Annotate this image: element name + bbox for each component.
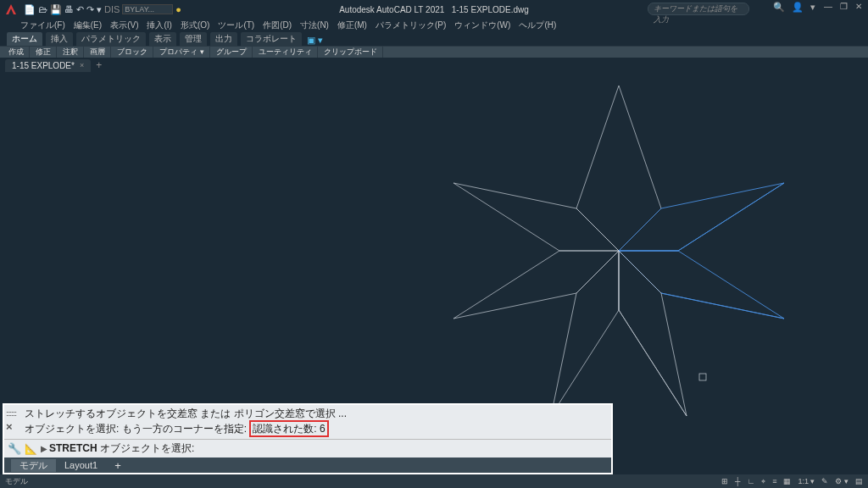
status-settings-icon[interactable]: ⚙ ▾	[835, 477, 849, 485]
tab-insert[interactable]: 挿入	[46, 32, 73, 46]
status-snap-icon[interactable]: ┼	[735, 477, 740, 485]
command-line[interactable]: 🔧 📐 ▶ STRETCH オブジェクトを選択:	[4, 439, 611, 458]
panel-block[interactable]: ブロック	[112, 47, 153, 58]
menu-bar: ファイル(F) 編集(E) 表示(V) 挿入(I) 形式(O) ツール(T) 作…	[0, 19, 868, 32]
status-annotation-icon[interactable]: ✎	[821, 477, 828, 485]
status-bar: モデル ⊞ ┼ ∟ ⌖ ≡ ▦ 1:1 ▾ ✎ ⚙ ▾ ▤	[0, 474, 868, 488]
menu-tools[interactable]: ツール(T)	[218, 19, 254, 31]
menu-insert[interactable]: 挿入(I)	[147, 19, 171, 31]
customize-icon[interactable]: 🔧	[8, 442, 21, 455]
status-ortho-icon[interactable]: ∟	[747, 477, 754, 485]
command-grip-icon[interactable]: ::::::::	[6, 407, 16, 420]
chevron-icon: ▶	[41, 444, 47, 453]
command-area: :::::::: × ストレッチするオブジェクトを交差窓 または ポリゴン交差窓…	[3, 403, 613, 474]
minimize-button[interactable]: —	[822, 2, 834, 11]
qat-save-icon[interactable]: 💾	[50, 4, 62, 15]
menu-file[interactable]: ファイル(F)	[20, 19, 65, 31]
title-text: Autodesk AutoCAD LT 2021 1-15 EXPLODE.dw…	[339, 5, 529, 14]
command-history-line1: ストレッチするオブジェクトを交差窓 または ポリゴン交差窓で選択 ...	[25, 407, 608, 420]
color-swatch-icon[interactable]: ●	[175, 4, 181, 14]
tab-output[interactable]: 出力	[210, 32, 237, 46]
panel-properties[interactable]: プロパティ ▾	[154, 47, 210, 58]
recognized-count-highlight: 認識された数: 6	[249, 420, 328, 437]
tab-view[interactable]: 表示	[149, 32, 176, 46]
panel-group[interactable]: グループ	[211, 47, 253, 58]
panel-layers[interactable]: 画層	[85, 47, 111, 58]
qat-print-icon[interactable]: 🖶	[64, 4, 74, 14]
qat-more-icon[interactable]: ▾	[97, 4, 102, 15]
title-right-icons: 🔍 👤 ▾	[773, 2, 815, 13]
qat-undo-icon[interactable]: ↶	[76, 4, 84, 15]
panel-clipboard[interactable]: クリップボード	[319, 47, 383, 58]
layout-tab-add-icon[interactable]: +	[106, 459, 130, 472]
panel-create[interactable]: 作成	[3, 47, 30, 58]
cmd-line2-prefix: オブジェクトを選択: もう一方のコーナーを指定:	[25, 423, 249, 435]
doc-tab-label: 1-15 EXPLODE*	[12, 61, 75, 70]
status-grid2-icon[interactable]: ▦	[783, 477, 791, 485]
tab-collaborate[interactable]: コラボレート	[241, 32, 302, 46]
command-close-icon[interactable]: ×	[6, 420, 13, 434]
app-logo	[3, 2, 19, 17]
titlebar: 📄 🗁 💾 🖶 ↶ ↷ ▾ DIS BYLAY... ● Autodesk Au…	[0, 0, 868, 19]
command-rest: オブジェクトを選択:	[97, 442, 195, 454]
ribbon-tabs: ホーム 挿入 パラメトリック 表示 管理 出力 コラボレート ▣ ▾	[0, 32, 868, 46]
qat-redo-icon[interactable]: ↷	[86, 4, 94, 15]
quick-access-toolbar: 📄 🗁 💾 🖶 ↶ ↷ ▾ DIS BYLAY... ●	[24, 4, 181, 15]
command-name: STRETCH	[49, 442, 97, 454]
status-lineweight-icon[interactable]: ≡	[772, 477, 776, 485]
menu-modify[interactable]: 修正(M)	[337, 19, 367, 31]
status-menu-icon[interactable]: ▤	[855, 477, 863, 485]
qat-dis-label: DIS	[104, 4, 120, 14]
menu-dimension[interactable]: 寸法(N)	[300, 19, 329, 31]
drawing-canvas[interactable]	[0, 73, 868, 454]
window-controls: — ❐ ✕	[822, 2, 865, 11]
status-grid-icon[interactable]: ⊞	[721, 477, 728, 485]
menu-parametric[interactable]: パラメトリック(P)	[376, 19, 446, 31]
menu-view[interactable]: 表示(V)	[110, 19, 138, 31]
doc-name: 1-15 EXPLODE.dwg	[452, 5, 529, 14]
search-icon[interactable]: 🔍	[773, 2, 785, 13]
command-history-line2: オブジェクトを選択: もう一方のコーナーを指定: 認識された数: 6	[25, 420, 608, 437]
menu-window[interactable]: ウィンドウ(W)	[454, 19, 510, 31]
menu-edit[interactable]: 編集(E)	[74, 19, 102, 31]
command-history: :::::::: × ストレッチするオブジェクトを交差窓 または ポリゴン交差窓…	[4, 405, 611, 439]
status-osnap-icon[interactable]: ⌖	[761, 477, 765, 486]
layout-tab-model[interactable]: モデル	[11, 459, 56, 472]
command-input-icon: 📐	[25, 443, 37, 455]
command-prompt: STRETCH オブジェクトを選択:	[49, 441, 194, 456]
layout-tabs: モデル Layout1 +	[4, 458, 611, 473]
layer-dropdown[interactable]: BYLAY...	[122, 4, 173, 14]
menu-format[interactable]: 形式(O)	[181, 19, 209, 31]
layout-tab-layout1[interactable]: Layout1	[56, 460, 106, 470]
ribbon-panels: 作成 修正 注釈 画層 ブロック プロパティ ▾ グループ ユーティリティ クリ…	[0, 46, 868, 58]
tab-parametric[interactable]: パラメトリック	[76, 32, 146, 46]
svg-rect-0	[699, 374, 706, 380]
maximize-button[interactable]: ❐	[837, 2, 849, 11]
close-button[interactable]: ✕	[853, 2, 865, 11]
qat-open-icon[interactable]: 🗁	[38, 4, 47, 14]
user-icon[interactable]: 👤	[792, 2, 804, 13]
status-scale[interactable]: 1:1 ▾	[798, 477, 815, 485]
status-left-label[interactable]: モデル	[5, 476, 28, 487]
menu-draw[interactable]: 作図(D)	[263, 19, 292, 31]
document-tabs: 1-15 EXPLODE* × +	[0, 58, 868, 73]
panel-utilities[interactable]: ユーティリティ	[253, 47, 318, 58]
tab-manage[interactable]: 管理	[180, 32, 207, 46]
ribbon-extra-icon[interactable]: ▣ ▾	[307, 35, 323, 46]
qat-new-icon[interactable]: 📄	[24, 4, 36, 15]
app-title: Autodesk AutoCAD LT 2021	[339, 5, 444, 14]
menu-help[interactable]: ヘルプ(H)	[519, 19, 556, 31]
doc-tab-add-icon[interactable]: +	[96, 59, 102, 71]
tab-home[interactable]: ホーム	[7, 32, 42, 46]
help-dropdown-icon[interactable]: ▾	[810, 2, 815, 13]
doc-tab-close-icon[interactable]: ×	[80, 61, 84, 69]
panel-annotation[interactable]: 注釈	[58, 47, 84, 58]
panel-modify[interactable]: 修正	[31, 47, 57, 58]
doc-tab[interactable]: 1-15 EXPLODE* ×	[5, 59, 91, 72]
search-input[interactable]: キーワードまたは語句を入力	[648, 3, 749, 15]
